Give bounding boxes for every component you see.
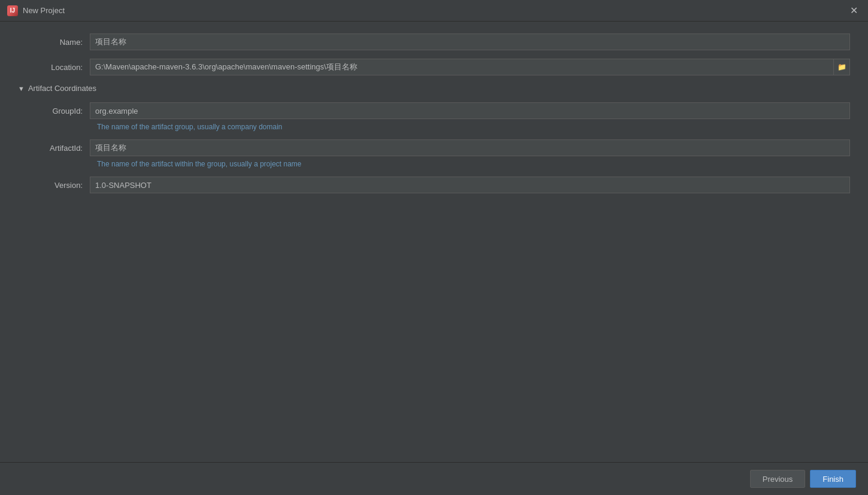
title-bar: IJ New Project ✕ (0, 0, 868, 22)
close-icon: ✕ (850, 5, 858, 16)
dialog-content: Name: Location: 📁 ▼ Artifact Coordinates (0, 22, 868, 462)
artifact-id-row: ArtifactId: (18, 139, 850, 156)
group-id-input[interactable] (90, 102, 850, 119)
new-project-dialog: IJ New Project ✕ Name: Location: 📁 (0, 0, 868, 495)
location-input-wrapper: 📁 (90, 59, 850, 75)
location-label: Location: (18, 63, 90, 72)
name-label: Name: (18, 38, 90, 47)
dialog-overlay: IJ New Project ✕ Name: Location: 📁 (0, 0, 868, 495)
location-input[interactable] (90, 59, 833, 75)
section-toggle-icon[interactable]: ▼ (18, 85, 25, 92)
artifact-id-hint: The name of the artifact within the grou… (97, 160, 850, 168)
dialog-title: New Project (23, 6, 65, 15)
folder-icon: 📁 (837, 63, 846, 71)
artifact-id-label: ArtifactId: (18, 144, 90, 153)
browse-folder-button[interactable]: 📁 (833, 59, 850, 75)
version-input[interactable] (90, 177, 850, 193)
artifact-coordinates-title: Artifact Coordinates (28, 84, 96, 93)
close-button[interactable]: ✕ (846, 4, 861, 18)
group-id-label: GroupId: (18, 107, 90, 116)
location-row: Location: 📁 (18, 59, 850, 75)
previous-button[interactable]: Previous (750, 470, 806, 488)
title-bar-left: IJ New Project (7, 5, 65, 16)
app-icon: IJ (7, 5, 18, 16)
version-row: Version: (18, 177, 850, 193)
group-id-row: GroupId: (18, 102, 850, 119)
group-id-hint: The name of the artifact group, usually … (97, 123, 850, 131)
artifact-coordinates-section-header: ▼ Artifact Coordinates (18, 84, 850, 93)
name-row: Name: (18, 34, 850, 50)
version-label: Version: (18, 181, 90, 190)
artifact-id-input[interactable] (90, 139, 850, 156)
name-input[interactable] (90, 34, 850, 50)
dialog-footer: Previous Finish (0, 462, 868, 495)
finish-button[interactable]: Finish (810, 470, 856, 488)
